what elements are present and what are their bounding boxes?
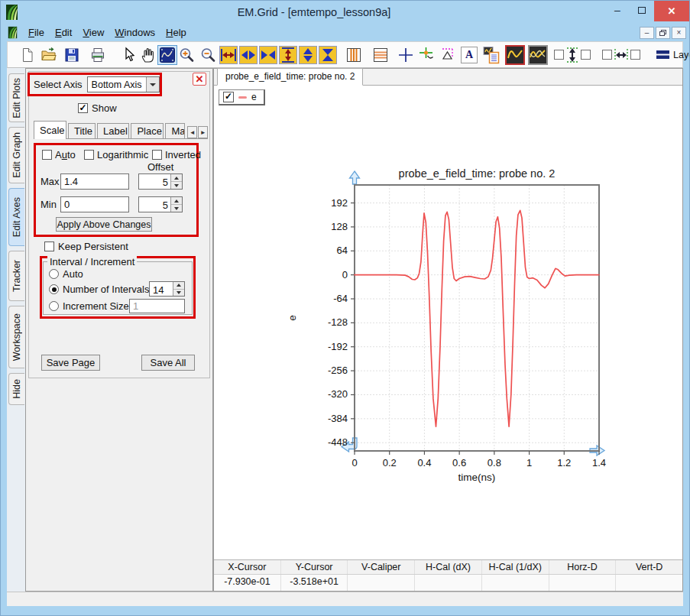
mdi-restore-button[interactable] — [656, 27, 670, 39]
svg-text:-448: -448 — [328, 436, 348, 448]
show-checkbox[interactable] — [78, 103, 88, 113]
spin-up-icon[interactable] — [171, 174, 182, 182]
keep-persistent-row: Keep Persistent — [44, 241, 128, 252]
fit-horizontal-left-checkbox[interactable] — [602, 50, 612, 60]
caliper-icon[interactable] — [439, 46, 458, 64]
zoom-in-icon[interactable] — [177, 46, 196, 64]
increment-size-row: Increment Size — [49, 300, 129, 312]
legend-line-swatch — [238, 96, 247, 99]
increment-size-radio[interactable] — [49, 301, 59, 311]
menu-edit[interactable]: Edit — [50, 25, 77, 40]
edit-axes-panel: ✕ Select Axis Bottom Axis Show Scale Tit… — [25, 68, 213, 592]
min-input[interactable] — [60, 196, 129, 212]
save-all-button[interactable]: Save All — [141, 355, 195, 371]
inverted-checkbox[interactable] — [152, 150, 162, 160]
layout-icon — [656, 50, 669, 60]
arrows-y-icon[interactable] — [299, 46, 317, 64]
tab-place[interactable]: Place — [131, 123, 164, 138]
sidebar-tab-edit-plots[interactable]: Edit Plots — [8, 73, 24, 122]
tab-scale[interactable]: Scale — [34, 121, 66, 139]
menu-windows[interactable]: Windows — [109, 25, 160, 40]
spin-up-icon[interactable] — [171, 197, 182, 205]
sidebar-tab-hide[interactable]: Hide — [8, 373, 24, 405]
spin-down-icon[interactable] — [171, 182, 182, 189]
svg-text:-384: -384 — [328, 413, 348, 424]
panel-close-button[interactable]: ✕ — [193, 73, 206, 86]
print-icon[interactable] — [89, 46, 107, 64]
save-icon[interactable] — [63, 46, 81, 64]
mdi-minimize-button[interactable]: – — [640, 27, 654, 39]
crosshair-icon[interactable] — [397, 46, 415, 64]
fit-vertical-left-checkbox[interactable] — [554, 50, 564, 60]
keep-persistent-checkbox[interactable] — [44, 242, 54, 251]
rows-icon[interactable] — [371, 46, 390, 64]
open-icon[interactable] — [40, 46, 58, 64]
number-of-intervals-radio[interactable] — [49, 284, 59, 294]
min-offset-spinner[interactable]: 5 — [138, 196, 183, 212]
zoom-out-icon[interactable] — [199, 46, 217, 64]
minimize-button[interactable]: – — [605, 1, 630, 19]
menu-view[interactable]: View — [77, 25, 109, 40]
pan-up-arrow-icon[interactable] — [350, 171, 360, 184]
tab-scroll-right-icon[interactable]: ► — [198, 126, 208, 138]
auto-checkbox[interactable] — [42, 150, 52, 160]
arrows-x-icon[interactable] — [239, 46, 258, 64]
svg-text:1: 1 — [526, 457, 532, 468]
interval-auto-radio[interactable] — [49, 269, 59, 279]
menu-file[interactable]: File — [23, 25, 50, 40]
max-input[interactable] — [60, 173, 129, 190]
maximize-button[interactable] — [630, 1, 654, 19]
legend-checkbox[interactable] — [223, 92, 234, 102]
tab-title[interactable]: Title — [68, 123, 96, 138]
h-cal-dx-header: H-Cal (dX) — [414, 560, 481, 574]
zoom-box-icon[interactable] — [157, 45, 177, 65]
spin-up-icon[interactable] — [173, 282, 184, 290]
bottom-status-strip — [7, 592, 683, 606]
expand-y-icon[interactable] — [279, 46, 297, 64]
tab-label[interactable]: Label — [97, 123, 129, 138]
new-icon[interactable] — [18, 46, 37, 64]
tracker-icon[interactable] — [418, 46, 436, 64]
dropdown-arrow-icon — [146, 77, 159, 92]
expand-x-icon[interactable] — [219, 46, 238, 64]
fit-horizontal-icon[interactable] — [614, 46, 629, 64]
close-button[interactable]: ✕ — [654, 1, 689, 21]
number-of-intervals-spinner[interactable]: 14 — [149, 281, 185, 297]
compress-y-icon[interactable] — [319, 46, 337, 64]
sidebar-tab-edit-graph[interactable]: Edit Graph — [8, 127, 24, 183]
svg-text:0.2: 0.2 — [383, 457, 397, 468]
save-page-button[interactable]: Save Page — [41, 355, 100, 371]
auto-label: Auto — [55, 149, 76, 160]
plot-list-icon[interactable] — [482, 46, 500, 64]
apply-above-changes-button[interactable]: Apply Above Changes — [56, 217, 152, 232]
inverted-label: Inverted — [165, 149, 201, 160]
cursor-icon[interactable] — [119, 46, 138, 64]
compress-x-icon[interactable] — [259, 46, 277, 64]
sidebar-tab-workspace[interactable]: Workspace — [8, 306, 24, 368]
layout-button[interactable]: Layout — [652, 47, 690, 63]
increment-size-input[interactable] — [129, 299, 185, 313]
fit-vertical-group — [554, 46, 591, 64]
single-curve-icon[interactable] — [505, 45, 525, 65]
tab-ma-truncated[interactable]: Ma — [165, 123, 185, 138]
tab-scroll-left-icon[interactable]: ◄ — [187, 126, 197, 138]
pan-hand-icon[interactable] — [139, 46, 157, 64]
fit-horizontal-right-checkbox[interactable] — [630, 50, 640, 60]
chart-area: probe_e_field_time: probe no. 2 19212864… — [213, 68, 683, 592]
spin-down-icon[interactable] — [171, 205, 182, 212]
chart-tab[interactable]: probe_e_field_time: probe no. 2 — [217, 68, 363, 86]
sidebar-tab-tracker[interactable]: Tracker — [8, 251, 24, 301]
multi-curve-icon[interactable] — [528, 45, 548, 65]
menu-help[interactable]: Help — [160, 25, 192, 40]
spin-down-icon[interactable] — [173, 290, 184, 297]
logarithmic-checkbox[interactable] — [84, 150, 94, 160]
mdi-close-button[interactable]: × — [672, 27, 686, 39]
fit-vertical-icon[interactable] — [565, 46, 579, 64]
fit-vertical-right-checkbox[interactable] — [581, 50, 591, 60]
max-offset-spinner[interactable]: 5 — [138, 173, 183, 190]
select-axis-dropdown[interactable]: Bottom Axis — [87, 76, 160, 92]
sidebar-tab-edit-axes[interactable]: Edit Axes — [8, 188, 24, 246]
svg-text:-320: -320 — [328, 388, 348, 400]
columns-icon[interactable] — [345, 46, 363, 64]
text-label-icon[interactable]: A — [461, 47, 478, 63]
